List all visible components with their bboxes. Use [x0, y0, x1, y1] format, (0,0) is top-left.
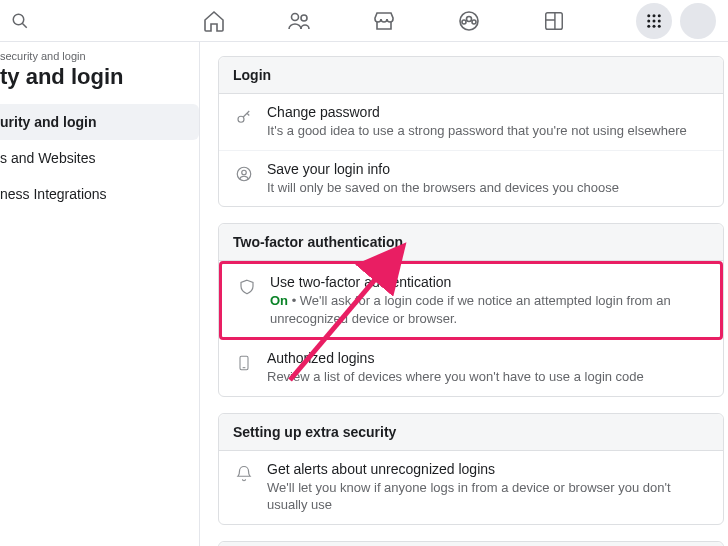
menu-grid-icon[interactable]	[636, 3, 672, 39]
sidebar-item-business-integrations[interactable]: ness Integrations	[0, 176, 199, 212]
home-icon[interactable]	[201, 8, 227, 34]
phone-icon	[233, 352, 255, 374]
svg-point-15	[647, 24, 650, 27]
row-desc: We'll let you know if anyone logs in fro…	[267, 479, 709, 514]
status-on: On	[270, 293, 288, 308]
svg-point-3	[301, 15, 307, 21]
row-desc: It's a good idea to use a strong passwor…	[267, 122, 709, 140]
svg-point-6	[462, 20, 466, 24]
user-circle-icon	[233, 163, 255, 185]
svg-point-5	[466, 16, 471, 21]
svg-point-12	[647, 19, 650, 22]
page-title: ty and login	[0, 64, 199, 104]
row-desc: Review a list of devices where you won't…	[267, 368, 709, 386]
row-change-password[interactable]: Change password It's a good idea to use …	[219, 94, 723, 151]
svg-point-10	[653, 14, 656, 17]
section-extra-security: Setting up extra security Get alerts abo…	[218, 413, 724, 525]
svg-line-1	[22, 23, 27, 28]
friends-icon[interactable]	[286, 8, 312, 34]
row-save-login-info[interactable]: Save your login info It will only be sav…	[219, 151, 723, 207]
svg-point-13	[653, 19, 656, 22]
svg-rect-8	[545, 12, 562, 29]
svg-point-2	[292, 13, 299, 20]
marketplace-icon[interactable]	[371, 8, 397, 34]
section-advanced: Advanced Encrypted notification emails A…	[218, 541, 724, 546]
svg-point-20	[242, 170, 247, 175]
key-icon	[233, 106, 255, 128]
svg-point-17	[658, 24, 661, 27]
row-title: Authorized logins	[267, 350, 709, 366]
breadcrumb[interactable]: security and login	[0, 50, 199, 64]
row-title: Save your login info	[267, 161, 709, 177]
svg-point-14	[658, 19, 661, 22]
row-title: Use two-factor authentication	[270, 274, 706, 290]
svg-point-18	[238, 116, 244, 122]
svg-point-9	[647, 14, 650, 17]
section-header: Two-factor authentication	[219, 224, 723, 261]
gaming-icon[interactable]	[541, 8, 567, 34]
avatar[interactable]	[680, 3, 716, 39]
row-authorized-logins[interactable]: Authorized logins Review a list of devic…	[219, 340, 723, 396]
sidebar-item-apps-websites[interactable]: s and Websites	[0, 140, 199, 176]
bell-icon	[233, 463, 255, 485]
svg-point-7	[472, 20, 476, 24]
row-use-two-factor[interactable]: Use two-factor authentication On • We'll…	[219, 261, 723, 340]
section-login: Login Change password It's a good idea t…	[218, 56, 724, 207]
section-header: Advanced	[219, 542, 723, 546]
svg-point-11	[658, 14, 661, 17]
section-header: Login	[219, 57, 723, 94]
groups-icon[interactable]	[456, 8, 482, 34]
search-icon[interactable]	[8, 9, 32, 33]
svg-point-16	[653, 24, 656, 27]
row-desc: On • We'll ask for a login code if we no…	[270, 292, 706, 327]
nav-right	[636, 3, 720, 39]
row-title: Change password	[267, 104, 709, 120]
row-title: Get alerts about unrecognized logins	[267, 461, 709, 477]
top-nav-bar	[0, 0, 728, 42]
sidebar-item-security-login[interactable]: urity and login	[0, 104, 199, 140]
svg-point-0	[13, 14, 24, 25]
shield-icon	[236, 276, 258, 298]
section-two-factor: Two-factor authentication Use two-factor…	[218, 223, 724, 397]
nav-center	[32, 8, 636, 34]
section-header: Setting up extra security	[219, 414, 723, 451]
main-content: Login Change password It's a good idea t…	[200, 42, 728, 546]
row-desc: It will only be saved on the browsers an…	[267, 179, 709, 197]
sidebar: security and login ty and login urity an…	[0, 42, 200, 546]
row-get-alerts[interactable]: Get alerts about unrecognized logins We'…	[219, 451, 723, 524]
